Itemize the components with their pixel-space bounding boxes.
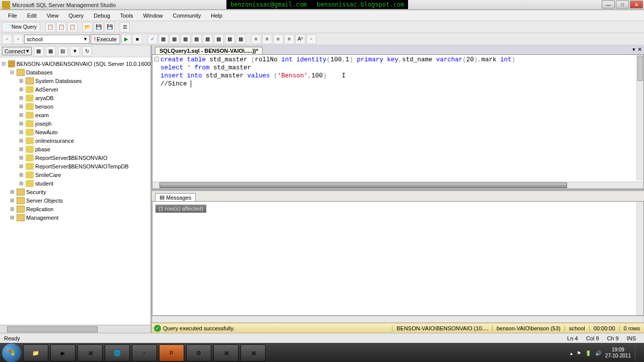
toolbar-btn[interactable]: ▦ [158, 34, 169, 44]
tree-database-node[interactable]: ⊞NewAuto [0, 128, 150, 136]
tree-management-folder[interactable]: ⊞ Management [0, 213, 150, 222]
toolbar-btn[interactable]: ▦ [225, 34, 235, 44]
taskbar-item[interactable]: 🌐 [105, 344, 130, 361]
menu-community[interactable]: Community [168, 11, 206, 20]
tree-database-node[interactable]: ⊞benson [0, 102, 150, 111]
system-tray[interactable]: ▴ ⚑ 🔋 🔊 19:0927-10-2011 [567, 345, 642, 361]
menu-view[interactable]: View [42, 11, 64, 20]
tray-icon[interactable]: 🔋 [585, 350, 591, 356]
menu-tools[interactable]: Tools [115, 11, 138, 20]
taskbar-item[interactable]: 🖥 [213, 344, 238, 361]
toolbar-btn[interactable]: ▦ [236, 34, 246, 44]
debug-button[interactable]: ▶ [121, 34, 131, 44]
outline-collapse-icon[interactable]: − [154, 57, 159, 61]
tray-icon[interactable]: 🔊 [595, 350, 601, 356]
tray-icon[interactable]: ⚑ [577, 350, 581, 356]
tree-replication-folder[interactable]: ⊞ Replication [0, 205, 150, 213]
save-button[interactable]: 💾 [94, 22, 104, 32]
toolbar-btn[interactable]: ▫ [306, 34, 316, 44]
tree-database-node[interactable]: ⊞aryaDB [0, 94, 150, 102]
save-all-button[interactable]: 💾 [105, 22, 115, 32]
messages-h-scrollbar[interactable] [152, 316, 644, 323]
taskbar-item[interactable]: P [159, 344, 184, 361]
document-tab[interactable]: SQLQuery1.sql - BENSON-VAIO\.....))* [155, 47, 263, 54]
tab-close-icon[interactable]: ✕ [637, 46, 642, 53]
comment-button[interactable]: ≡ [273, 34, 283, 44]
overlay-banner: benzonissac@gmail.com bensonissac.blogsp… [226, 0, 408, 9]
database-label: exam [35, 112, 49, 118]
tree-database-node[interactable]: ⊞ReportServer$BENSONVAIOTempDB [0, 162, 150, 170]
menu-file[interactable]: File [3, 11, 22, 20]
messages-tab[interactable]: ▤ Messages [155, 193, 196, 201]
object-explorer-tree[interactable]: ⊟ BENSON-VAIO\BENSONVAIO (SQL Server 10.… [0, 57, 150, 325]
menu-query[interactable]: Query [63, 11, 89, 20]
toolbar-btn[interactable]: ▦ [181, 34, 191, 44]
taskbar-item[interactable]: ⚙ [186, 344, 211, 361]
tray-clock[interactable]: 19:0927-10-2011 [605, 347, 631, 359]
editor-vertical-scrollbar[interactable] [636, 55, 643, 180]
taskbar-item[interactable]: 📁 [23, 344, 48, 361]
tree-database-node[interactable]: ⊞SmileCare [0, 170, 150, 179]
toolbar-btn[interactable]: ▦ [192, 34, 202, 44]
connect-button[interactable]: Connect▾ [2, 47, 32, 55]
oe-toolbar-btn[interactable]: ▦ [34, 46, 44, 56]
menu-edit[interactable]: Edit [22, 11, 42, 20]
new-query-button[interactable]: 📄 New Query [2, 22, 40, 32]
messages-body[interactable]: (1 row(s) affected) [152, 201, 644, 316]
taskbar-item[interactable]: 🖥 [77, 344, 103, 361]
toolbar-btn[interactable]: ▫ [13, 34, 23, 44]
minimize-button[interactable]: — [602, 1, 615, 9]
indent-button[interactable]: ≡ [251, 34, 261, 44]
tab-dropdown-icon[interactable]: ▾ [632, 46, 635, 53]
taskbar-item[interactable]: 🖥 [240, 344, 266, 361]
messages-scrollbar[interactable] [636, 202, 643, 315]
tree-database-node[interactable]: ⊞pbase [0, 145, 150, 153]
sql-editor[interactable]: − create table std_master (rollNo int id… [152, 54, 644, 189]
tree-server-node[interactable]: ⊟ BENSON-VAIO\BENSONVAIO (SQL Server 10.… [0, 59, 150, 68]
folder-label: Server Objects [26, 198, 63, 204]
menu-window[interactable]: Window [138, 11, 168, 20]
toolbar-btn[interactable]: 📋 [45, 22, 55, 32]
oe-horizontal-scrollbar[interactable] [0, 325, 150, 333]
uncomment-button[interactable]: ≡ [284, 34, 294, 44]
tray-icon[interactable]: ▴ [570, 350, 573, 356]
outdent-button[interactable]: ≡ [262, 34, 272, 44]
oe-refresh-btn[interactable]: ↻ [82, 46, 92, 56]
toolbar-btn[interactable]: ▦ [214, 34, 224, 44]
tree-database-node[interactable]: ⊞ReportServer$BENSONVAIO [0, 153, 150, 162]
toolbar-btn[interactable]: ▫ [2, 34, 12, 44]
close-button[interactable]: ✕ [630, 1, 643, 9]
tree-server-objects-folder[interactable]: ⊞ Server Objects [0, 196, 150, 205]
toolbar-btn[interactable]: ☰ [120, 22, 130, 32]
open-button[interactable]: 📂 [83, 22, 93, 32]
maximize-button[interactable]: □ [616, 1, 629, 9]
execute-button[interactable]: !Execute [91, 34, 120, 44]
editor-horizontal-scrollbar[interactable] [152, 182, 643, 189]
tree-database-node[interactable]: ⊞AdServer [0, 85, 150, 94]
tree-database-node[interactable]: ⊞exam [0, 111, 150, 119]
toolbar-btn[interactable]: ▦ [170, 34, 180, 44]
tree-database-node[interactable]: ⊞onlineinsurance [0, 136, 150, 145]
toolbar-btn[interactable]: 📋 [56, 22, 66, 32]
tree-database-node[interactable]: ⊞joseph [0, 119, 150, 128]
taskbar-item[interactable]: ▫ [132, 344, 157, 361]
start-button[interactable] [2, 343, 21, 362]
show-desktop-button[interactable] [635, 345, 639, 361]
messages-text: (1 row(s) affected) [155, 205, 206, 213]
menu-debug[interactable]: Debug [89, 11, 115, 20]
toolbar-btn[interactable]: ▦ [203, 34, 213, 44]
menu-help[interactable]: Help [206, 11, 227, 20]
toolbar-btn[interactable]: Aᵇ [295, 34, 305, 44]
oe-toolbar-btn[interactable]: ▤ [58, 46, 68, 56]
tree-databases-folder[interactable]: ⊟ Databases [0, 68, 150, 76]
tree-system-databases[interactable]: ⊞ System Databases [0, 76, 150, 85]
oe-toolbar-btn[interactable]: ▦ [46, 46, 56, 56]
tree-security-folder[interactable]: ⊞ Security [0, 188, 150, 196]
taskbar-item[interactable]: ▶ [50, 344, 75, 361]
parse-button[interactable]: ✓ [147, 34, 157, 44]
stop-button[interactable]: ■ [132, 34, 142, 44]
database-dropdown[interactable]: school ▾ [24, 35, 90, 44]
tree-database-node[interactable]: ⊞student [0, 179, 150, 188]
oe-filter-btn[interactable]: ▼ [70, 46, 80, 56]
toolbar-btn[interactable]: 📋 [67, 22, 77, 32]
